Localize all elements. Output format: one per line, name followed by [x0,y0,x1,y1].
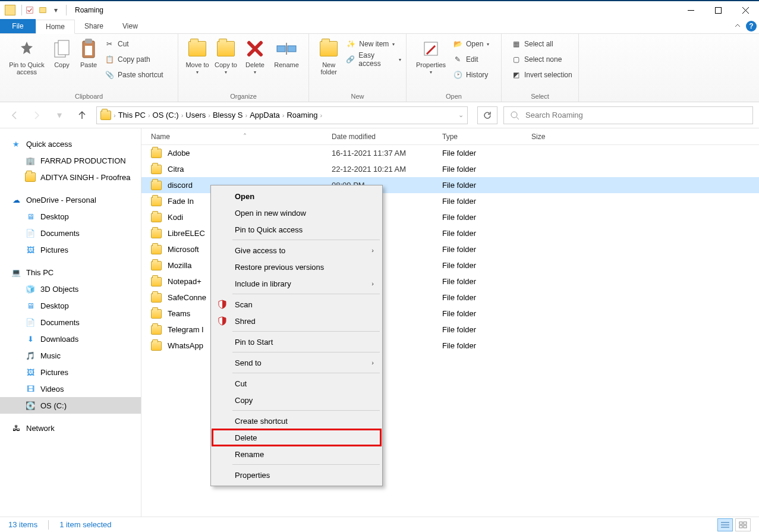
nav-this-pc[interactable]: 💻This PC [0,264,141,281]
col-name[interactable]: Name ˄ [141,133,332,141]
file-name: Citra [168,165,184,174]
quickaccess-properties-icon[interactable] [24,5,35,15]
nav-item[interactable]: 🖥Desktop [0,208,141,225]
tab-share[interactable]: Share [75,19,113,33]
pc-icon: 💻 [11,267,21,278]
ctx-scan[interactable]: Scan [212,296,381,313]
ctx-cut[interactable]: Cut [212,375,381,392]
tab-home[interactable]: Home [36,20,75,34]
properties-button[interactable]: Properties▾ [411,37,451,75]
folder-icon [151,293,162,303]
file-row[interactable]: Adobe16-11-2021 11:37 AMFile folder [141,145,759,161]
nav-quick-access[interactable]: ★Quick access [0,136,141,152]
ctx-send-to[interactable]: Send to› [212,354,381,371]
copy-to-button[interactable]: Copy to▾ [212,37,240,75]
pin-to-quick-access-button[interactable]: Pin to Quick access [5,37,49,75]
search-input[interactable]: Search Roaming [503,106,753,124]
ctx-properties[interactable]: Properties [212,467,381,483]
refresh-button[interactable] [477,106,497,124]
large-icons-view-button[interactable] [735,518,751,531]
delete-button[interactable]: Delete▾ [240,37,270,75]
col-type[interactable]: Type [442,133,531,141]
nav-item-os-c[interactable]: 💽OS (C:) [0,397,141,414]
cloud-icon: ☁ [11,194,21,205]
ctx-give-access[interactable]: Give access to› [212,242,381,259]
file-date: 22-12-2021 10:21 AM [332,165,442,174]
ribbon: Pin to Quick access Copy Paste ✂Cut 📋Cop… [0,34,759,102]
paste-shortcut-button[interactable]: 📎Paste shortcut [105,68,163,81]
ctx-include-library[interactable]: Include in library› [212,275,381,292]
move-to-icon [187,39,207,59]
select-all-button[interactable]: ▦Select all [511,37,572,51]
new-folder-button[interactable]: New folder [314,37,344,75]
recent-locations-button[interactable]: ▾ [51,107,68,124]
context-menu: Open Open in new window Pin to Quick acc… [210,185,383,486]
ctx-pin-start[interactable]: Pin to Start [212,333,381,350]
ctx-rename[interactable]: Rename [212,446,381,462]
file-row[interactable]: Citra22-12-2021 10:21 AMFile folder [141,161,759,177]
file-type: File folder [442,149,531,158]
nav-item[interactable]: 🖼Pictures [0,241,141,258]
nav-item[interactable]: 📄Documents [0,314,141,330]
file-type: File folder [442,229,531,238]
col-date[interactable]: Date modified [332,133,442,141]
minimize-button[interactable] [677,1,704,19]
invert-selection-button[interactable]: ◩Invert selection [511,68,572,81]
paste-button[interactable]: Paste [75,37,102,68]
nav-item[interactable]: 📄Documents [0,225,141,241]
nav-item[interactable]: 🎞Videos [0,380,141,397]
copy-path-button[interactable]: 📋Copy path [105,53,163,66]
edit-button[interactable]: ✎Edit [453,53,489,66]
quickaccess-caret-icon[interactable]: ▾ [51,5,61,15]
details-view-button[interactable] [717,518,733,531]
select-all-icon: ▦ [511,39,521,49]
breadcrumb[interactable]: › This PC› OS (C:)› Users› Blessy S› App… [96,106,468,124]
ctx-pin-quick-access[interactable]: Pin to Quick access [212,221,381,238]
select-none-button[interactable]: ▢Select none [511,53,572,66]
nav-onedrive[interactable]: ☁OneDrive - Personal [0,191,141,208]
ctx-open[interactable]: Open [212,188,381,204]
nav-tree[interactable]: ★Quick access 🏢FARRAD PRODUCTION ADITYA … [0,128,141,517]
nav-item[interactable]: 🧊3D Objects [0,281,141,297]
folder-icon [151,309,162,319]
nav-item[interactable]: ADITYA SINGH - Proofrea [0,169,141,185]
tab-view[interactable]: View [113,19,147,33]
nav-item[interactable]: 🖥Desktop [0,297,141,314]
easy-access-button[interactable]: 🔗Easy access ▾ [346,53,401,66]
close-button[interactable] [732,1,759,19]
breadcrumb-dropdown-icon[interactable]: ⌄ [458,111,464,119]
rename-button[interactable]: Rename [270,37,303,68]
new-item-button[interactable]: ✨New item ▾ [346,37,401,51]
history-icon: 🕑 [453,70,462,80]
maximize-button[interactable] [704,1,732,19]
copy-button[interactable]: Copy [49,37,75,68]
move-to-button[interactable]: Move to▾ [183,37,212,75]
file-name: Teams [168,309,190,318]
ribbon-collapse-icon[interactable] [732,19,744,33]
ctx-delete[interactable]: Delete [212,429,381,446]
history-button[interactable]: 🕑History [453,68,489,81]
nav-item[interactable]: 🎵Music [0,347,141,364]
tab-file[interactable]: File [0,19,36,33]
nav-item[interactable]: ⬇Downloads [0,330,141,347]
status-selection-count: 1 item selected [59,520,111,529]
ctx-create-shortcut[interactable]: Create shortcut [212,413,381,429]
videos-icon: 🎞 [25,383,36,394]
forward-button[interactable] [29,107,45,124]
open-button[interactable]: 📂Open ▾ [453,37,489,51]
col-size[interactable]: Size [531,133,759,141]
ctx-shred[interactable]: Shred [212,313,381,329]
help-button[interactable]: ? [744,19,759,33]
ctx-open-new-window[interactable]: Open in new window [212,204,381,221]
ctx-restore-versions[interactable]: Restore previous versions [212,259,381,275]
nav-network[interactable]: 🖧Network [0,420,141,436]
up-button[interactable] [74,107,90,124]
ctx-copy[interactable]: Copy [212,392,381,408]
quickaccess-dropdown-icon[interactable] [37,5,48,15]
cut-button[interactable]: ✂Cut [105,37,163,51]
desktop-icon: 🖥 [25,300,36,311]
nav-item[interactable]: 🖼Pictures [0,364,141,380]
svg-rect-21 [744,522,747,524]
nav-item[interactable]: 🏢FARRAD PRODUCTION [0,152,141,169]
back-button[interactable] [6,107,23,124]
